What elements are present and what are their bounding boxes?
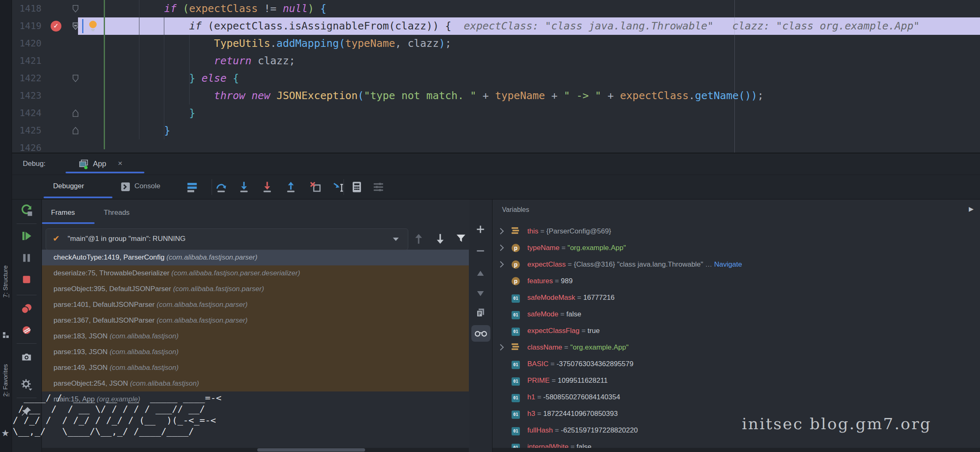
layout-settings-icon[interactable] [369,178,388,196]
code-line-1426[interactable]: 1426 [12,139,980,153]
pause-icon[interactable] [17,249,36,267]
stack-frame-row[interactable]: parse:1367, DefaultJSONParser (com.aliba… [42,313,469,328]
expand-chevron-icon[interactable] [497,261,504,268]
expand-chevron-icon[interactable] [497,228,504,235]
code-line-1421[interactable]: 1421 return clazz; [12,52,980,70]
tab-threads[interactable]: Threads [104,203,129,223]
code-line-1420[interactable]: 1420 TypeUtils.addMapping(typeName, claz… [12,35,980,52]
stack-frame-row[interactable]: parse:1401, DefaultJSONParser (com.aliba… [42,297,469,313]
variable-row[interactable]: 01expectClassFlag = true [492,323,980,339]
drop-frame-icon[interactable] [306,178,324,196]
sidebar-item-structure[interactable]: 7: Structure [2,265,9,298]
breakpoint-icon[interactable]: ✓ [51,21,61,32]
stack-frame-row[interactable]: parse:193, JSON (com.alibaba.fastjson) [42,344,469,360]
intention-bulb-icon[interactable] [88,20,98,33]
variable-row[interactable]: ptypeName = "org.example.App" [492,240,980,256]
code-line-1422[interactable]: 1422 } else { [12,70,980,87]
variable-text: h3 = 1872244109670850393 [527,406,618,422]
line-number[interactable]: 1426 [13,139,41,153]
remove-watch-icon[interactable] [471,242,490,260]
step-out-icon[interactable] [282,178,300,196]
code-text[interactable]: return clazz; [114,52,295,70]
thread-dump-icon[interactable] [17,348,36,366]
variable-row[interactable]: 01safeMode = false [492,306,980,323]
code-line-1418[interactable]: 1418 if (expectClass != null) { [12,0,980,17]
move-up-icon[interactable] [471,265,490,283]
resume-icon[interactable] [17,227,36,245]
evaluate-expression-icon[interactable] [348,178,366,196]
line-number[interactable]: 1424 [13,104,41,122]
stack-frame-row[interactable]: parseObject:395, DefaultJSONParser (com.… [42,281,469,297]
line-number[interactable]: 1419 [13,17,41,35]
tab-console[interactable]: Console [134,175,160,197]
expand-chevron-icon[interactable] [497,245,504,251]
variable-row[interactable]: pexpectClass = {Class@316} "class java.l… [492,256,980,273]
variable-row[interactable]: this = {ParserConfig@569} [492,223,980,240]
code-text[interactable]: if (expectClass != null) { [114,0,327,17]
code-editor[interactable]: 1418 if (expectClass != null) {1419✓ if … [12,0,980,153]
variable-text: PRIME = 1099511628211 [527,372,608,389]
debug-session-tab[interactable]: App [93,153,106,174]
code-text[interactable]: } [114,104,195,122]
frame-up-icon[interactable] [413,232,424,248]
stack-frame-row[interactable]: parseObject:254, JSON (com.alibaba.fastj… [42,376,469,391]
code-text[interactable]: } [114,122,170,139]
rerun-icon[interactable] [17,201,36,219]
show-watches-icon[interactable] [471,325,490,342]
scrollbar-thumb[interactable] [257,448,365,452]
force-step-into-icon[interactable] [258,178,276,196]
mute-breakpoints-icon[interactable] [17,321,36,339]
close-icon[interactable]: × [118,153,122,173]
debug-settings-icon[interactable] [17,375,36,394]
variable-row[interactable]: 01h1 = -5808550276084140354 [492,389,980,406]
fold-marker-icon[interactable] [72,127,79,136]
thread-selector[interactable]: ✔ "main"@1 in group "main": RUNNING [46,228,408,250]
filter-icon[interactable] [455,233,467,246]
editor-lines: 1418 if (expectClass != null) {1419✓ if … [12,0,980,153]
view-breakpoints-icon[interactable] [17,300,36,318]
tab-debugger[interactable]: Debugger [53,175,84,197]
code-text[interactable]: } else { [114,70,239,87]
fold-marker-icon[interactable] [72,22,79,32]
code-line-1424[interactable]: 1424 } [12,104,980,122]
stack-frame-row[interactable]: parse:149, JSON (com.alibaba.fastjson) [42,360,469,376]
step-over-icon[interactable] [212,178,230,196]
stop-icon[interactable] [17,270,36,289]
fold-marker-icon[interactable] [72,109,79,119]
variable-row[interactable]: 01safeModeMask = 16777216 [492,289,980,306]
code-text[interactable]: throw new JSONException("type not match.… [114,87,763,104]
frame-down-icon[interactable] [434,232,446,248]
copy-icon[interactable] [471,304,490,322]
variable-row[interactable]: className = "org.example.App" [492,339,980,356]
variable-row[interactable]: pfeatures = 989 [492,273,980,289]
code-line-1419[interactable]: 1419✓ if (expectClass.isAssignableFrom(c… [12,17,980,35]
code-line-1423[interactable]: 1423 throw new JSONException("type not m… [12,87,980,104]
tab-frames[interactable]: Frames [51,203,75,223]
sidebar-item-favorites[interactable]: 2: Favorites [2,364,9,396]
fold-marker-icon[interactable] [72,75,79,84]
horizontal-scrollbar[interactable] [42,448,469,452]
line-number[interactable]: 1425 [13,122,41,139]
step-into-icon[interactable] [235,178,253,196]
line-number[interactable]: 1420 [13,35,41,52]
line-number[interactable]: 1422 [13,70,41,87]
line-number[interactable]: 1421 [13,52,41,70]
run-to-cursor-icon[interactable] [329,178,348,196]
expand-chevron-icon[interactable] [497,344,504,351]
line-number[interactable]: 1423 [13,87,41,104]
show-execution-point-icon[interactable] [183,178,201,196]
stack-frame-row[interactable]: deserialze:75, ThrowableDeserializer (co… [42,265,469,281]
stack-frame-row[interactable]: parse:183, JSON (com.alibaba.fastjson) [42,328,469,344]
code-line-1425[interactable]: 1425 } [12,122,980,139]
line-number[interactable]: 1418 [13,0,41,17]
stack-frame-row[interactable]: checkAutoType:1419, ParserConfig (com.al… [42,250,469,265]
move-down-icon[interactable] [471,284,490,302]
variable-row[interactable]: 01PRIME = 1099511628211 [492,372,980,389]
fold-marker-icon[interactable] [72,5,79,14]
code-text[interactable]: if (expectClass.isAssignableFrom(clazz))… [114,17,920,35]
horizontal-scrollbar[interactable] [492,448,980,452]
add-watch-icon[interactable] [471,220,490,238]
panel-arrow-icon[interactable]: ▶ [969,205,974,213]
variable-row[interactable]: 01BASIC = -3750763034362895579 [492,356,980,372]
code-text[interactable]: TypeUtils.addMapping(typeName, clazz); [114,35,451,52]
